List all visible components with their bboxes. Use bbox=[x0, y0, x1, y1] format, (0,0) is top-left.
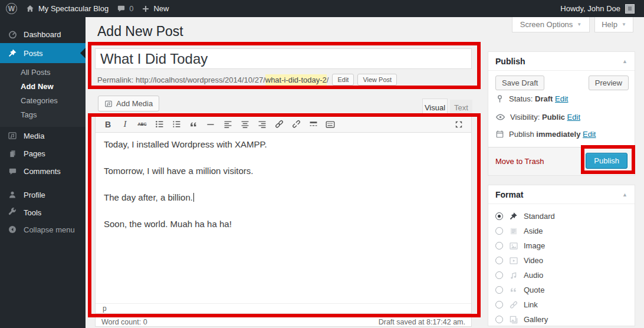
format-option-label: Image bbox=[524, 241, 545, 250]
screen-options-tab[interactable]: Screen Options ▼ bbox=[512, 17, 590, 32]
add-media-button[interactable]: Add Media bbox=[98, 96, 159, 111]
align-left-button[interactable] bbox=[220, 117, 235, 132]
quote-icon bbox=[508, 286, 518, 294]
radio-button[interactable] bbox=[495, 286, 503, 294]
tab-text[interactable]: Text bbox=[450, 100, 472, 116]
edit-schedule-link[interactable]: Edit bbox=[583, 130, 596, 139]
panel-toggle-icon[interactable]: ▲ bbox=[622, 58, 627, 64]
italic-button[interactable]: I bbox=[117, 117, 133, 132]
format-option-image[interactable]: Image bbox=[488, 238, 635, 253]
pushpin-icon bbox=[7, 48, 18, 58]
schedule-row: Publish immediately Edit bbox=[495, 130, 596, 139]
word-count: Word count: 0 bbox=[101, 318, 147, 326]
sidebar-item-label: Tools bbox=[24, 208, 41, 217]
sidebar-item-tools[interactable]: Tools bbox=[0, 204, 86, 221]
remove-link-button[interactable] bbox=[288, 117, 304, 132]
sidebar-item-pages[interactable]: Pages bbox=[0, 145, 86, 162]
radio-button[interactable] bbox=[495, 316, 503, 323]
new-content-menu[interactable]: New bbox=[142, 4, 169, 13]
format-option-video[interactable]: Video bbox=[488, 253, 635, 268]
tab-visual[interactable]: Visual bbox=[422, 99, 448, 116]
pushpin-icon bbox=[508, 212, 518, 221]
numbered-list-button[interactable] bbox=[169, 117, 184, 132]
permalink-slug[interactable]: what-i-did-today-2 bbox=[265, 74, 327, 86]
sidebar-item-label: Pages bbox=[24, 149, 45, 158]
format-option-standard[interactable]: Standard bbox=[488, 209, 635, 224]
site-name: My Spectacular Blog bbox=[38, 4, 109, 13]
sidebar-item-label: Dashboard bbox=[24, 30, 61, 39]
publish-button[interactable]: Publish bbox=[586, 153, 627, 169]
preview-button[interactable]: Preview bbox=[589, 76, 629, 90]
sidebar-item-comments[interactable]: Comments bbox=[0, 162, 86, 180]
bulleted-list-icon bbox=[155, 119, 165, 129]
post-title-input[interactable] bbox=[95, 48, 472, 69]
posts-submenu: All Posts Add New Categories Tags bbox=[0, 63, 86, 127]
sidebar-item-tags[interactable]: Tags bbox=[0, 108, 86, 122]
site-link[interactable]: My Spectacular Blog bbox=[25, 4, 109, 14]
blockquote-icon bbox=[189, 120, 198, 129]
bulleted-list-button[interactable] bbox=[152, 117, 167, 132]
publish-box-header[interactable]: Publish ▲ bbox=[488, 52, 635, 71]
editor-element-path[interactable]: p bbox=[96, 303, 471, 313]
more-tag-icon bbox=[308, 119, 318, 129]
gallery-icon bbox=[508, 315, 518, 324]
schedule-label: Publish bbox=[509, 130, 534, 139]
avatar[interactable] bbox=[625, 4, 635, 14]
edit-status-link[interactable]: Edit bbox=[555, 94, 568, 103]
format-option-link[interactable]: Link bbox=[488, 297, 635, 312]
panel-toggle-icon[interactable]: ▲ bbox=[622, 192, 627, 198]
horizontal-rule-button[interactable] bbox=[203, 117, 218, 132]
radio-button[interactable] bbox=[495, 257, 503, 264]
radio-button[interactable] bbox=[495, 212, 503, 220]
sidebar-item-profile[interactable]: Profile bbox=[0, 186, 86, 204]
radio-button[interactable] bbox=[495, 301, 503, 309]
comments-shortcut[interactable]: 0 bbox=[117, 4, 133, 13]
collapse-menu-button[interactable]: Collapse menu bbox=[0, 221, 86, 238]
edit-visibility-link[interactable]: Edit bbox=[567, 113, 580, 122]
move-to-trash-link[interactable]: Move to Trash bbox=[495, 157, 544, 166]
sidebar-item-label: Comments bbox=[24, 167, 61, 176]
bold-button[interactable]: B bbox=[100, 117, 116, 132]
sidebar-item-media[interactable]: Media bbox=[0, 127, 86, 145]
sidebar-item-categories[interactable]: Categories bbox=[0, 94, 86, 108]
editor-toolbar: B I ABC bbox=[96, 116, 471, 133]
wordpress-menu[interactable]: W bbox=[6, 3, 17, 14]
format-option-quote[interactable]: Quote bbox=[488, 283, 635, 297]
distraction-free-button[interactable] bbox=[451, 117, 466, 132]
sidebar-item-dashboard[interactable]: Dashboard bbox=[0, 25, 86, 43]
radio-button[interactable] bbox=[495, 271, 503, 279]
calendar-icon bbox=[495, 130, 504, 139]
format-option-audio[interactable]: Audio bbox=[488, 268, 635, 283]
toolbar-toggle-button[interactable] bbox=[323, 117, 338, 132]
editor-content-area[interactable]: Today, I installed Wordpress with XAMPP.… bbox=[96, 133, 471, 251]
sidebar-item-all-posts[interactable]: All Posts bbox=[0, 65, 86, 80]
insert-more-tag-button[interactable] bbox=[305, 117, 321, 132]
format-option-aside[interactable]: Aside bbox=[488, 224, 635, 238]
format-box-title: Format bbox=[495, 190, 523, 199]
permalink-base-url: http://localhost/wordpress/2014/10/27/ bbox=[136, 76, 265, 84]
chevron-down-icon: ▼ bbox=[577, 22, 581, 27]
permalink-label: Permalink: bbox=[97, 76, 133, 84]
format-option-gallery[interactable]: Gallery bbox=[488, 312, 635, 327]
permalink-row: Permalink: http://localhost/wordpress/20… bbox=[97, 73, 397, 87]
help-tab[interactable]: Help ▼ bbox=[594, 17, 633, 32]
radio-button[interactable] bbox=[495, 227, 503, 235]
howdy-user[interactable]: Howdy, John Doe bbox=[560, 4, 620, 13]
sidebar-item-add-new[interactable]: Add New bbox=[0, 80, 86, 94]
visibility-value: Public bbox=[542, 113, 565, 122]
format-box-header[interactable]: Format ▲ bbox=[488, 185, 635, 204]
sidebar-item-label: Media bbox=[24, 132, 44, 140]
numbered-list-icon bbox=[172, 119, 182, 129]
insert-link-button[interactable] bbox=[271, 117, 287, 132]
strikethrough-button[interactable]: ABC bbox=[134, 117, 150, 132]
edit-permalink-button[interactable]: Edit bbox=[332, 74, 354, 86]
save-draft-button[interactable]: Save Draft bbox=[495, 76, 544, 90]
radio-button[interactable] bbox=[495, 242, 503, 250]
view-post-button[interactable]: View Post bbox=[357, 74, 397, 86]
publish-box-title: Publish bbox=[495, 57, 525, 66]
align-center-button[interactable] bbox=[237, 117, 252, 132]
sidebar-item-posts[interactable]: Posts bbox=[0, 43, 86, 63]
blockquote-button[interactable] bbox=[186, 117, 201, 132]
align-right-button[interactable] bbox=[254, 117, 270, 132]
text-cursor bbox=[193, 193, 194, 202]
